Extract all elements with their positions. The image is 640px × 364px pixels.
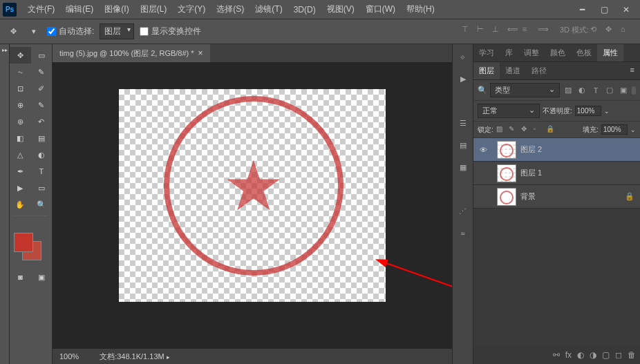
gradient-tool[interactable]: ▤	[31, 130, 53, 146]
menu-layer[interactable]: 图层(L)	[135, 1, 173, 18]
tab-library[interactable]: 库	[500, 44, 518, 61]
menu-type[interactable]: 文字(Y)	[172, 1, 211, 18]
zoom-level[interactable]: 100%	[59, 352, 79, 361]
color-swatches[interactable]	[14, 233, 48, 266]
lasso-tool[interactable]: ⏦	[10, 64, 31, 80]
menu-window[interactable]: 窗口(W)	[360, 1, 401, 18]
align-vcenter-icon[interactable]: ⊢	[477, 25, 491, 39]
align-right-icon[interactable]: ⟹	[538, 25, 552, 39]
crop-tool[interactable]: ⊡	[10, 80, 31, 97]
tab-color[interactable]: 颜色	[545, 44, 571, 61]
menu-select[interactable]: 选择(S)	[211, 1, 250, 18]
history-brush-tool[interactable]: ↶	[31, 113, 53, 130]
dropdown-icon[interactable]: ▾	[26, 24, 41, 39]
healing-tool[interactable]: ⊕	[10, 97, 31, 113]
dodge-tool[interactable]: ◐	[31, 146, 53, 163]
blend-mode-dropdown[interactable]: 正常⌄	[478, 104, 540, 118]
show-transform-checkbox[interactable]: 显示变换控件	[140, 26, 201, 37]
filter-adjust-icon[interactable]: ◐	[576, 86, 587, 95]
layer-name[interactable]: 图层 2	[520, 144, 640, 155]
layer-name[interactable]: 图层 1	[520, 168, 640, 178]
eraser-tool[interactable]: ◧	[10, 130, 31, 146]
menu-view[interactable]: 视图(V)	[321, 1, 360, 18]
canvas[interactable]: ★	[119, 89, 386, 302]
lock-image-icon[interactable]: ✎	[509, 125, 518, 135]
move-tool[interactable]: ✥	[10, 47, 31, 64]
tab-swatches[interactable]: 色板	[571, 44, 597, 61]
zoom-tool[interactable]: 🔍	[31, 196, 53, 213]
tab-learn[interactable]: 学习	[473, 44, 500, 61]
marquee-tool[interactable]: ▭	[31, 47, 53, 64]
layer-thumbnail[interactable]	[497, 188, 516, 206]
layer-effects-icon[interactable]: fx	[565, 350, 572, 360]
canvas-viewport[interactable]: ★	[53, 62, 452, 349]
tab-properties[interactable]: 属性	[597, 44, 623, 61]
eyedropper-tool[interactable]: ✐	[31, 80, 53, 97]
paragraph-panel-icon[interactable]: ▤	[456, 138, 470, 152]
opacity-dropdown-icon[interactable]: ⌄	[604, 108, 610, 115]
filter-type-dropdown[interactable]: 类型 ⌄	[490, 83, 560, 97]
type-tool[interactable]: T	[31, 163, 53, 180]
quick-select-tool[interactable]: ✎	[31, 64, 53, 80]
document-tab[interactable]: timg (5).jpg @ 100% (图层 2, RGB/8#) * ×	[53, 44, 210, 62]
pen-tool[interactable]: ✒	[10, 163, 31, 180]
layer-target-dropdown[interactable]: 图层	[100, 23, 134, 39]
layer-thumbnail[interactable]	[497, 141, 516, 159]
blur-tool[interactable]: △	[10, 146, 31, 163]
menu-image[interactable]: 图像(I)	[99, 1, 134, 18]
foreground-color-swatch[interactable]	[14, 233, 33, 252]
adjustment-layer-icon[interactable]: ◑	[590, 350, 596, 360]
menu-file[interactable]: 文件(F)	[22, 1, 60, 18]
clone-panel-icon[interactable]: ≈	[456, 227, 470, 240]
align-left-icon[interactable]: ⟸	[507, 25, 521, 39]
brushes-panel-icon[interactable]: ⋰	[456, 204, 470, 218]
align-hcenter-icon[interactable]: ≡	[523, 25, 536, 39]
auto-select-checkbox[interactable]: 自动选择:	[47, 26, 94, 37]
pan-icon[interactable]: ✥	[605, 25, 619, 39]
link-layers-icon[interactable]: ⚯	[553, 350, 560, 360]
layer-group-icon[interactable]: ▢	[602, 350, 610, 360]
lock-all-icon[interactable]: 🔒	[546, 125, 556, 135]
filter-type-icon[interactable]: T	[590, 86, 601, 95]
tab-paths[interactable]: 路径	[526, 62, 552, 79]
orbit-icon[interactable]: ⟲	[590, 25, 604, 39]
hand-tool[interactable]: ✋	[10, 196, 31, 213]
show-transform-input[interactable]	[140, 27, 149, 36]
layer-item[interactable]: 图层 1	[473, 162, 640, 185]
auto-select-input[interactable]	[47, 27, 56, 36]
stamp-tool[interactable]: ⊛	[10, 113, 31, 130]
filter-shape-icon[interactable]: ▢	[604, 86, 615, 95]
menu-help[interactable]: 帮助(H)	[401, 1, 440, 18]
screenmode-tool[interactable]: ▣	[31, 269, 53, 285]
menu-3d[interactable]: 3D(D)	[288, 2, 321, 17]
layer-visibility-toggle[interactable]: 👁	[473, 146, 493, 154]
align-bottom-icon[interactable]: ⊥	[492, 25, 506, 39]
tab-layers[interactable]: 图层	[473, 62, 500, 79]
lock-nest-icon[interactable]: ▫	[534, 125, 543, 135]
fill-dropdown-icon[interactable]: ⌄	[630, 126, 636, 133]
document-tab-close[interactable]: ×	[198, 48, 203, 58]
close-button[interactable]: ✕	[615, 3, 637, 17]
zoom-icon[interactable]: ⌂	[621, 25, 634, 39]
glyphs-panel-icon[interactable]: ▦	[456, 160, 470, 174]
lock-transparent-icon[interactable]: ▨	[496, 125, 506, 135]
actions-panel-icon[interactable]: ▶	[456, 72, 470, 86]
doc-info[interactable]: 文档:348.1K/1.13M ▸	[100, 352, 170, 362]
new-layer-icon[interactable]: ◻	[615, 350, 622, 360]
filter-image-icon[interactable]: ▨	[563, 86, 574, 95]
tab-channels[interactable]: 通道	[500, 62, 526, 79]
panel-menu-icon[interactable]: ≡	[625, 62, 640, 79]
delete-layer-icon[interactable]: 🗑	[628, 350, 636, 360]
minimize-button[interactable]: ━	[571, 3, 593, 17]
layer-item[interactable]: 背景 🔒	[473, 185, 640, 209]
tab-adjust[interactable]: 调整	[518, 44, 545, 61]
lock-position-icon[interactable]: ✥	[521, 125, 531, 135]
opacity-input[interactable]	[575, 106, 601, 116]
path-select-tool[interactable]: ▶	[10, 180, 31, 196]
layer-thumbnail[interactable]	[497, 164, 516, 182]
history-panel-icon[interactable]: ⟐	[456, 50, 470, 64]
menu-filter[interactable]: 滤镜(T)	[250, 1, 288, 18]
layer-item[interactable]: 👁 图层 2	[473, 138, 640, 162]
quickmask-tool[interactable]: ◙	[10, 269, 31, 285]
menu-edit[interactable]: 编辑(E)	[60, 1, 99, 18]
